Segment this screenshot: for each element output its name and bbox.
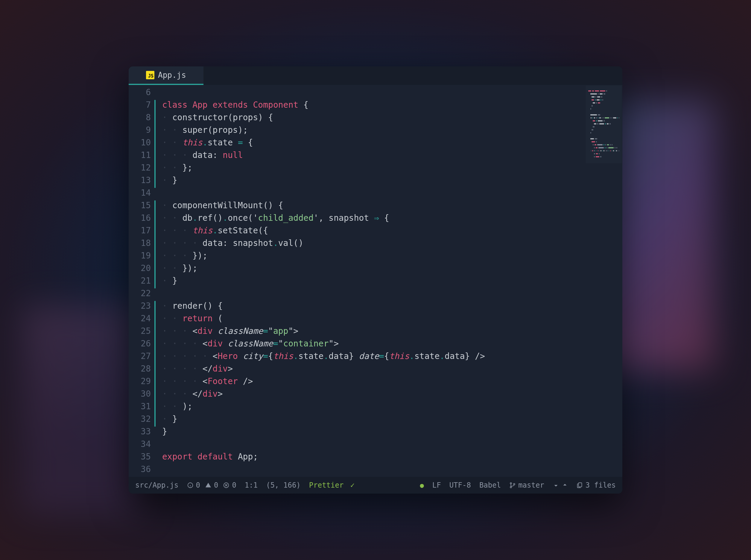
arrow-down-icon bbox=[553, 482, 559, 488]
line-number: 32 bbox=[129, 413, 151, 425]
line-number: 22 bbox=[129, 287, 151, 300]
status-encoding[interactable]: UTF-8 bbox=[449, 481, 471, 489]
code-line[interactable]: · · · · · <Hero city={this.state.data} d… bbox=[162, 350, 622, 363]
code-line[interactable]: · · }); bbox=[162, 262, 622, 275]
line-number: 35 bbox=[129, 451, 151, 463]
svg-point-6 bbox=[510, 482, 512, 484]
line-number: 34 bbox=[129, 438, 151, 451]
status-prettier[interactable]: Prettier ✓ bbox=[309, 481, 355, 489]
line-gutter: 6789101112131415161718192021222324252627… bbox=[129, 85, 155, 477]
tab-filename: App.js bbox=[158, 71, 186, 80]
code-line[interactable]: } bbox=[162, 425, 622, 438]
code-line[interactable]: · · }; bbox=[162, 162, 622, 174]
line-number: 18 bbox=[129, 237, 151, 249]
status-clean-indicator: ● bbox=[420, 482, 424, 489]
code-line[interactable]: · · · · <div className="container"> bbox=[162, 337, 622, 350]
git-branch-icon bbox=[509, 482, 516, 488]
status-diagnostics[interactable]: 0 0 0 bbox=[187, 481, 236, 489]
code-line[interactable] bbox=[162, 438, 622, 451]
line-number: 23 bbox=[129, 300, 151, 312]
code-line[interactable]: · · · this.setState({ bbox=[162, 224, 622, 237]
code-line[interactable]: · · ); bbox=[162, 400, 622, 413]
line-number: 17 bbox=[129, 224, 151, 237]
line-number: 6 bbox=[129, 86, 151, 99]
code-line[interactable]: export default App; bbox=[162, 451, 622, 463]
code-line[interactable] bbox=[162, 287, 622, 300]
editor-window: JS App.js 678910111213141516171819202122… bbox=[129, 66, 622, 494]
info-icon bbox=[187, 482, 194, 488]
code-line[interactable]: · · this.state = { bbox=[162, 136, 622, 149]
code-line[interactable]: · componentWillMount() { bbox=[162, 199, 622, 212]
code-line[interactable]: · } bbox=[162, 174, 622, 187]
code-line[interactable]: · · · · data: snapshot.val() bbox=[162, 237, 622, 249]
code-line[interactable]: · · · data: null bbox=[162, 149, 622, 162]
code-line[interactable]: · · return ( bbox=[162, 312, 622, 325]
code-line[interactable]: · · · }); bbox=[162, 249, 622, 262]
line-number: 33 bbox=[129, 425, 151, 438]
code-line[interactable]: · · · <div className="app"> bbox=[162, 325, 622, 337]
line-number: 29 bbox=[129, 375, 151, 388]
line-number: 19 bbox=[129, 249, 151, 262]
line-number: 24 bbox=[129, 312, 151, 325]
line-number: 15 bbox=[129, 199, 151, 212]
tab-bar: JS App.js bbox=[129, 66, 622, 85]
line-number: 16 bbox=[129, 212, 151, 224]
line-number: 26 bbox=[129, 337, 151, 350]
code-line[interactable] bbox=[162, 187, 622, 199]
line-number: 31 bbox=[129, 400, 151, 413]
files-icon bbox=[577, 482, 583, 488]
line-number: 11 bbox=[129, 149, 151, 162]
line-number: 20 bbox=[129, 262, 151, 275]
tab-app-js[interactable]: JS App.js bbox=[129, 66, 203, 85]
line-number: 9 bbox=[129, 124, 151, 136]
code-line[interactable]: · · · · </div> bbox=[162, 363, 622, 375]
code-line[interactable]: class App extends Component { bbox=[162, 99, 622, 111]
status-files[interactable]: 3 files bbox=[577, 481, 616, 489]
svg-rect-9 bbox=[578, 483, 582, 487]
code-line[interactable]: · constructor(props) { bbox=[162, 111, 622, 124]
svg-point-8 bbox=[513, 483, 515, 485]
line-number: 12 bbox=[129, 162, 151, 174]
code-line[interactable] bbox=[162, 463, 622, 476]
line-number: 28 bbox=[129, 363, 151, 375]
js-file-icon: JS bbox=[146, 71, 154, 79]
error-icon bbox=[223, 482, 230, 488]
code-area[interactable]: class App extends Component {· construct… bbox=[155, 85, 622, 477]
check-icon: ✓ bbox=[346, 481, 355, 489]
code-line[interactable]: · · db.ref().once('child_added', snapsho… bbox=[162, 212, 622, 224]
code-line[interactable]: · render() { bbox=[162, 300, 622, 312]
code-editor[interactable]: 6789101112131415161718192021222324252627… bbox=[129, 85, 622, 477]
code-line[interactable] bbox=[162, 86, 622, 99]
svg-point-7 bbox=[510, 486, 512, 488]
warning-icon bbox=[205, 482, 212, 488]
code-line[interactable]: · · · · <Footer /> bbox=[162, 375, 622, 388]
line-number: 14 bbox=[129, 187, 151, 199]
line-number: 21 bbox=[129, 275, 151, 287]
line-number: 10 bbox=[129, 136, 151, 149]
status-file-path[interactable]: src/App.js bbox=[135, 481, 179, 489]
code-line[interactable]: · · super(props); bbox=[162, 124, 622, 136]
code-line[interactable]: · } bbox=[162, 413, 622, 425]
line-number: 25 bbox=[129, 325, 151, 337]
status-selection[interactable]: (5, 166) bbox=[266, 481, 301, 489]
line-number: 13 bbox=[129, 174, 151, 187]
line-number: 36 bbox=[129, 463, 151, 476]
line-number: 7 bbox=[129, 99, 151, 111]
status-bar: src/App.js 0 0 0 1:1 (5, 166) Prettier ✓… bbox=[129, 477, 622, 494]
status-git-branch[interactable]: master bbox=[509, 481, 544, 489]
line-number: 27 bbox=[129, 350, 151, 363]
line-number: 30 bbox=[129, 388, 151, 400]
status-cursor-ratio[interactable]: 1:1 bbox=[245, 481, 258, 489]
status-git-fetch[interactable] bbox=[553, 482, 568, 488]
code-line[interactable]: · } bbox=[162, 275, 622, 287]
status-grammar[interactable]: Babel bbox=[479, 481, 501, 489]
code-line[interactable]: · · · </div> bbox=[162, 388, 622, 400]
arrow-up-icon bbox=[561, 482, 568, 488]
status-line-ending[interactable]: LF bbox=[432, 481, 441, 489]
minimap[interactable] bbox=[586, 85, 622, 163]
line-number: 8 bbox=[129, 111, 151, 124]
